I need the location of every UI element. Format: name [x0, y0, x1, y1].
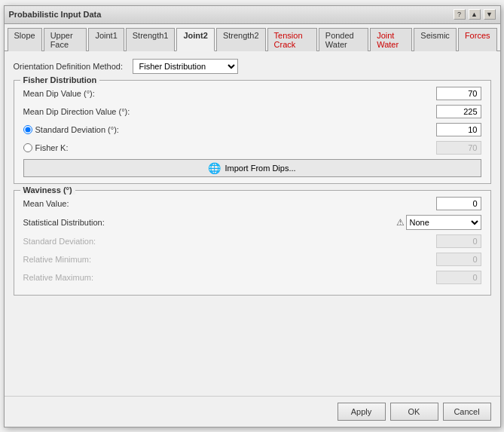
collapse-button[interactable]: ▲	[469, 9, 481, 20]
tab-bar: Slope Upper Face Joint1 Strength1 Joint2…	[5, 24, 500, 51]
fisher-k-input[interactable]	[436, 141, 481, 155]
orientation-select[interactable]: Fisher Distribution Custom	[133, 59, 238, 74]
dist-icon: ⚠	[396, 217, 405, 228]
waviness-std-label: Standard Deviation:	[23, 237, 436, 246]
mean-dip-label: Mean Dip Value (°):	[23, 89, 436, 98]
main-content: Orientation Definition Method: Fisher Di…	[5, 51, 500, 396]
rel-max-label: Relative Maximum:	[23, 273, 436, 282]
waviness-mean-row: Mean Value:	[23, 197, 481, 210]
waviness-group-title: Waviness (°)	[20, 185, 75, 195]
fisher-k-radio-row: Fisher K:	[23, 141, 481, 155]
rel-min-row: Relative Minimum:	[23, 253, 481, 266]
tab-joint1[interactable]: Joint1	[88, 28, 124, 51]
orientation-row: Orientation Definition Method: Fisher Di…	[14, 59, 491, 74]
mean-dip-row: Mean Dip Value (°):	[23, 87, 481, 100]
fisher-k-radio-label: Fisher K:	[35, 143, 433, 152]
footer: Apply OK Cancel	[5, 396, 500, 427]
tab-ponded-water[interactable]: Ponded Water	[319, 28, 368, 51]
waviness-mean-label: Mean Value:	[23, 199, 436, 208]
waviness-mean-input[interactable]	[436, 197, 481, 210]
fisher-group-box: Fisher Distribution Mean Dip Value (°): …	[14, 80, 491, 184]
dialog: Probabilistic Input Data ? ▲ ▼ Slope Upp…	[4, 5, 501, 427]
tab-tension-crack[interactable]: Tension Crack	[267, 28, 317, 51]
globe-icon: 🌐	[208, 162, 220, 174]
tab-joint-water[interactable]: Joint Water	[370, 28, 412, 51]
orientation-label: Orientation Definition Method:	[14, 62, 127, 71]
mean-dip-input[interactable]	[436, 87, 481, 100]
dist-select-wrap: ⚠ None Normal Uniform Exponential	[396, 215, 481, 230]
title-bar: Probabilistic Input Data ? ▲ ▼	[5, 6, 500, 24]
waviness-group-box: Waviness (°) Mean Value: Statistical Dis…	[14, 190, 491, 296]
title-bar-buttons: ? ▲ ▼	[454, 9, 496, 20]
close-button[interactable]: ▼	[484, 9, 496, 20]
dialog-title: Probabilistic Input Data	[9, 10, 454, 19]
stat-dist-select[interactable]: None Normal Uniform Exponential	[406, 215, 481, 230]
stat-dist-row: Statistical Distribution: ⚠ None Normal …	[23, 215, 481, 230]
cancel-button[interactable]: Cancel	[443, 403, 491, 421]
mean-dip-dir-row: Mean Dip Direction Value (°):	[23, 105, 481, 118]
fisher-group-title: Fisher Distribution	[20, 75, 100, 84]
tab-forces[interactable]: Forces	[458, 28, 497, 51]
std-dev-radio-row: Standard Deviation (°):	[23, 123, 481, 136]
rel-min-input[interactable]	[436, 253, 481, 266]
waviness-std-row: Standard Deviation:	[23, 234, 481, 248]
tab-seismic[interactable]: Seismic	[414, 28, 457, 51]
rel-max-row: Relative Maximum:	[23, 271, 481, 284]
tab-joint2[interactable]: Joint2	[176, 28, 214, 51]
import-dips-label: Import From Dips...	[225, 164, 295, 173]
tab-strength2[interactable]: Strength2	[216, 28, 266, 51]
rel-min-label: Relative Minimum:	[23, 255, 436, 264]
ok-button[interactable]: OK	[390, 403, 438, 421]
rel-max-input[interactable]	[436, 271, 481, 284]
tab-upper-face[interactable]: Upper Face	[44, 28, 87, 51]
help-button[interactable]: ?	[454, 9, 466, 20]
apply-button[interactable]: Apply	[338, 403, 386, 421]
waviness-std-input[interactable]	[436, 234, 481, 248]
tab-strength1[interactable]: Strength1	[126, 28, 176, 51]
std-dev-radio[interactable]	[23, 125, 32, 134]
import-dips-button[interactable]: 🌐 Import From Dips...	[23, 159, 481, 177]
mean-dip-dir-input[interactable]	[436, 105, 481, 118]
std-dev-radio-label: Standard Deviation (°):	[35, 125, 433, 134]
stat-dist-label: Statistical Distribution:	[23, 218, 396, 227]
fisher-k-radio[interactable]	[23, 143, 32, 152]
std-dev-input[interactable]	[436, 123, 481, 136]
mean-dip-dir-label: Mean Dip Direction Value (°):	[23, 107, 436, 116]
tab-slope[interactable]: Slope	[8, 28, 42, 51]
